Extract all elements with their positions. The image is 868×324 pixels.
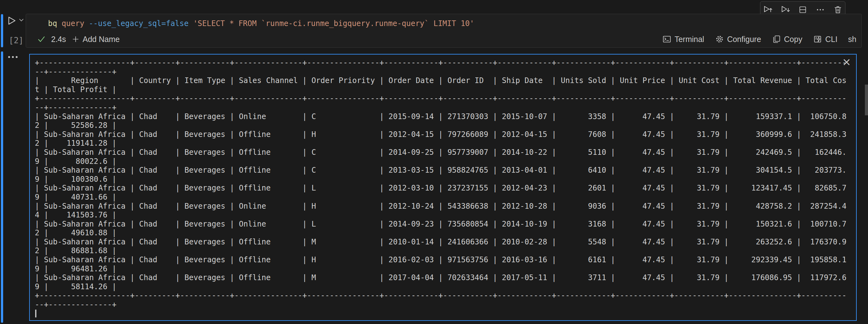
language-picker[interactable]: sh [848,35,857,44]
success-check-icon [37,35,45,43]
copy-button[interactable]: Copy [772,34,802,44]
output-cell-focus-indicator [1,51,3,323]
cli-button[interactable]: CLI [813,34,838,44]
command-query-string: 'SELECT * FROM `runme-ci.runme_bigquery.… [193,19,474,28]
run-options-chevron[interactable] [19,18,24,22]
chevron-down-icon [19,18,24,22]
play-icon [6,16,16,26]
terminal-label: Terminal [674,35,704,44]
notebook-editor: { "cell": { "execution_count": "[2]", "c… [0,0,868,324]
command-subcommand: query [62,19,84,28]
close-output-icon[interactable]: × [842,57,851,67]
terminal-text[interactable]: +--------------------+---------+--------… [30,55,856,309]
gear-icon [715,34,724,44]
execute-above-icon [763,5,773,15]
command-flag: --use_legacy_sql=false [89,19,189,28]
split-cell-icon [798,5,807,14]
more-actions-icon [815,5,825,14]
execution-duration: 2.4s [51,35,66,44]
copy-icon [772,34,781,44]
copy-label: Copy [784,35,802,44]
editor-scrollbar[interactable] [865,84,868,115]
cli-label: CLI [825,35,838,44]
add-name-button[interactable]: Add Name [71,35,120,44]
command-program: bq [48,19,57,28]
configure-label: Configure [727,35,761,44]
execution-count: [2] [9,36,24,45]
execute-below-icon [780,5,790,15]
configure-button[interactable]: Configure [715,34,761,44]
cell-statusbar: 2.4s Add Name Terminal [26,32,861,47]
ellipsis-icon [7,55,18,59]
run-cell-group [6,16,24,26]
terminal-output-panel: +--------------------+---------+--------… [29,54,857,321]
terminal-icon [662,34,672,44]
code-cell: bq query --use_legacy_sql=false 'SELECT … [26,14,862,48]
cli-bolt-icon [813,34,823,44]
add-name-label: Add Name [83,35,120,44]
code-cell-focus-indicator [1,14,3,47]
plus-icon [71,35,80,43]
output-options-button[interactable] [7,55,18,59]
run-cell-button[interactable] [6,16,16,26]
terminal-button[interactable]: Terminal [662,34,704,44]
command-editor[interactable]: bq query --use_legacy_sql=false 'SELECT … [48,19,474,29]
trash-icon [833,5,843,14]
terminal-cursor [35,310,36,317]
